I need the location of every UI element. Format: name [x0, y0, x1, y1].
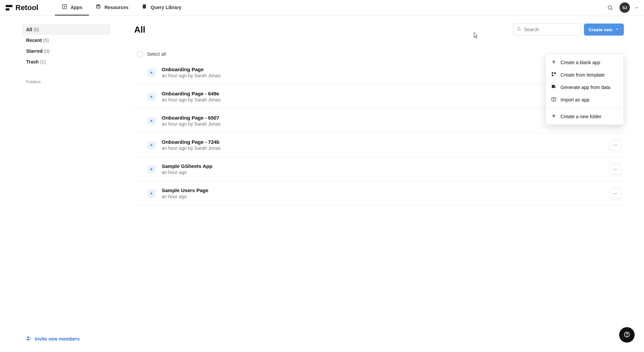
people-plus-icon	[26, 336, 32, 342]
app-sub: an hour ago by Sarah Jonas	[162, 145, 604, 151]
folders-label: Folders	[22, 76, 111, 88]
app-name: Sample Users Page	[162, 187, 604, 193]
svg-marker-28	[151, 168, 153, 170]
app-name: Onboarding Page - 724b	[162, 139, 604, 145]
search-icon[interactable]	[605, 3, 615, 12]
search-input[interactable]	[524, 27, 583, 32]
data-icon	[551, 84, 556, 90]
svg-marker-32	[151, 192, 153, 194]
svg-point-5	[608, 6, 612, 9]
svg-rect-38	[552, 72, 553, 74]
app-row[interactable]: Sample Users Page an hour ago	[134, 181, 624, 206]
app-meta: Onboarding Page - 6507 an hour ago by Sa…	[162, 115, 604, 127]
tab-query-library[interactable]: Query Library	[135, 0, 188, 15]
app-icon	[148, 117, 156, 125]
select-all-checkbox[interactable]	[137, 51, 143, 57]
app-meta: Onboarding Page - 724b an hour ago by Sa…	[162, 139, 604, 151]
svg-marker-20	[151, 120, 153, 122]
row-more-button[interactable]	[610, 188, 621, 199]
svg-point-4	[97, 4, 100, 6]
sidebar-item-trash[interactable]: Trash (1)	[22, 56, 111, 67]
app-row[interactable]: Sample GSheets App an hour ago	[134, 157, 624, 181]
sidebar-item-label: Recent	[26, 38, 42, 43]
app-sub: an hour ago by Sarah Jonas	[162, 121, 604, 127]
tab-label: Query Library	[151, 5, 181, 10]
app-sub: an hour ago by Sarah Jonas	[162, 97, 604, 102]
svg-point-31	[617, 169, 618, 169]
svg-rect-1	[6, 8, 9, 10]
page-body: All (6) Recent (5) Starred (0) Trash (1)…	[0, 15, 644, 352]
select-all-label: Select all	[147, 51, 166, 57]
invite-members-link[interactable]: Invite new members	[26, 336, 107, 342]
sidebar-item-all[interactable]: All (6)	[22, 24, 111, 35]
invite-label: Invite new members	[35, 336, 80, 342]
svg-point-29	[613, 169, 614, 169]
header-right: SJ	[605, 2, 639, 13]
dropdown-import-app[interactable]: Import an app	[546, 93, 624, 106]
brand-name: Retool	[15, 3, 38, 12]
help-icon	[624, 331, 630, 339]
avatar[interactable]: SJ	[620, 2, 630, 13]
svg-point-34	[615, 193, 616, 193]
book-icon	[142, 4, 147, 10]
search-input-wrapper[interactable]	[513, 24, 581, 36]
row-more-button[interactable]	[610, 164, 621, 175]
sidebar-item-count: (6)	[34, 27, 39, 32]
svg-line-6	[611, 9, 612, 10]
create-new-button[interactable]: Create new	[584, 24, 624, 36]
app-icon	[148, 189, 156, 197]
app-icon	[148, 141, 156, 149]
tab-resources[interactable]: Resources	[89, 0, 135, 15]
sidebar-item-recent[interactable]: Recent (5)	[22, 35, 111, 46]
sidebar-item-label: Starred	[26, 48, 43, 54]
sidebar-item-count: (1)	[40, 59, 46, 64]
svg-rect-39	[554, 72, 556, 74]
svg-rect-0	[6, 5, 12, 7]
nav-tabs: Apps Resources Query Library	[55, 0, 188, 15]
logo[interactable]: Retool	[3, 3, 41, 12]
svg-marker-16	[151, 95, 153, 98]
app-sub: an hour ago	[162, 170, 604, 175]
app-name: Onboarding Page - 649e	[162, 91, 604, 96]
svg-point-35	[617, 193, 618, 193]
app-name: Onboarding Page - 6507	[162, 115, 604, 121]
app-icon	[148, 93, 156, 101]
svg-line-11	[520, 30, 521, 31]
dropdown-create-folder[interactable]: Create a new folder	[546, 110, 624, 123]
search-icon	[517, 27, 521, 33]
sidebar-item-count: (0)	[44, 48, 50, 54]
import-icon	[551, 96, 556, 103]
sidebar-item-count: (5)	[43, 38, 49, 43]
chevron-down-icon[interactable]	[635, 6, 639, 10]
svg-rect-42	[552, 85, 555, 88]
app-meta: Onboarding Page - 649e an hour ago by Sa…	[162, 91, 604, 102]
svg-point-10	[517, 28, 520, 30]
tab-label: Apps	[70, 5, 82, 10]
dropdown-divider	[546, 108, 624, 108]
app-icon	[148, 165, 156, 173]
help-button[interactable]	[619, 327, 635, 343]
tab-label: Resources	[104, 5, 128, 10]
dropdown-generate-from-data[interactable]: Generate app from data	[546, 81, 624, 93]
header: Retool Apps Resources Query Library SJ	[0, 0, 644, 15]
app-icon	[148, 69, 156, 77]
apps-icon	[62, 4, 67, 10]
tab-apps[interactable]: Apps	[55, 0, 89, 15]
sidebar-item-starred[interactable]: Starred (0)	[22, 46, 111, 56]
row-more-button[interactable]	[610, 139, 621, 151]
template-icon: +	[551, 72, 556, 78]
avatar-initials: SJ	[623, 6, 627, 10]
svg-rect-40	[552, 75, 553, 76]
app-sub: an hour ago	[162, 194, 604, 199]
app-meta: Sample GSheets App an hour ago	[162, 163, 604, 175]
main-actions: Create new	[513, 24, 624, 36]
main: All Create new Select all	[114, 15, 644, 352]
plus-icon	[551, 113, 556, 120]
dropdown-create-blank[interactable]: Create a blank app	[546, 56, 624, 69]
logo-mark-icon	[5, 4, 13, 11]
dropdown-item-label: Create a blank app	[560, 60, 600, 65]
sidebar-item-label: All	[26, 27, 32, 32]
dropdown-create-template[interactable]: + Create from template	[546, 69, 624, 81]
svg-marker-3	[64, 6, 65, 7]
app-row[interactable]: Onboarding Page - 724b an hour ago by Sa…	[134, 133, 624, 157]
